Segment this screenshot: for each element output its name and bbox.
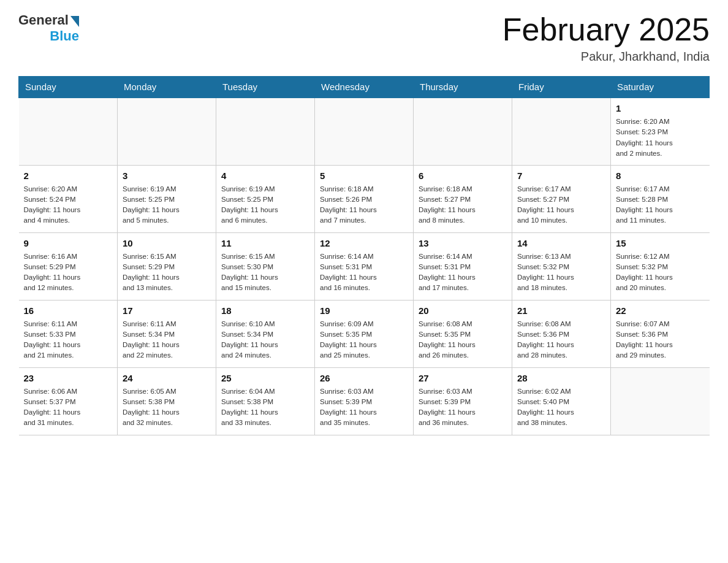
table-row: 26Sunrise: 6:03 AM Sunset: 5:39 PM Dayli… xyxy=(315,367,414,435)
day-number: 14 xyxy=(517,237,605,250)
header-monday: Monday xyxy=(118,77,216,98)
table-row: 10Sunrise: 6:15 AM Sunset: 5:29 PM Dayli… xyxy=(118,232,216,300)
calendar-title: February 2025 xyxy=(502,12,710,47)
day-info: Sunrise: 6:15 AM Sunset: 5:30 PM Dayligh… xyxy=(221,251,309,294)
table-row: 6Sunrise: 6:18 AM Sunset: 5:27 PM Daylig… xyxy=(414,165,512,232)
table-row: 13Sunrise: 6:14 AM Sunset: 5:31 PM Dayli… xyxy=(414,232,512,300)
day-number: 2 xyxy=(24,169,113,182)
day-number: 3 xyxy=(123,169,211,182)
day-number: 9 xyxy=(24,237,113,250)
day-number: 12 xyxy=(320,237,408,250)
day-info: Sunrise: 6:14 AM Sunset: 5:31 PM Dayligh… xyxy=(320,251,408,294)
day-number: 25 xyxy=(221,372,309,385)
table-row xyxy=(611,367,710,435)
day-number: 5 xyxy=(320,169,408,182)
day-info: Sunrise: 6:15 AM Sunset: 5:29 PM Dayligh… xyxy=(123,251,211,294)
calendar-subtitle: Pakur, Jharkhand, India xyxy=(502,50,710,64)
table-row xyxy=(512,98,611,165)
day-info: Sunrise: 6:04 AM Sunset: 5:38 PM Dayligh… xyxy=(221,386,309,429)
table-row: 18Sunrise: 6:10 AM Sunset: 5:34 PM Dayli… xyxy=(216,300,315,367)
logo-blue-text: Blue xyxy=(50,28,79,44)
table-row: 17Sunrise: 6:11 AM Sunset: 5:34 PM Dayli… xyxy=(118,300,216,367)
table-row: 19Sunrise: 6:09 AM Sunset: 5:35 PM Dayli… xyxy=(315,300,414,367)
day-info: Sunrise: 6:11 AM Sunset: 5:34 PM Dayligh… xyxy=(123,319,211,361)
day-info: Sunrise: 6:03 AM Sunset: 5:39 PM Dayligh… xyxy=(320,386,408,429)
calendar-week-row: 23Sunrise: 6:06 AM Sunset: 5:37 PM Dayli… xyxy=(19,367,710,435)
table-row: 25Sunrise: 6:04 AM Sunset: 5:38 PM Dayli… xyxy=(216,367,315,435)
day-number: 23 xyxy=(24,372,113,385)
day-info: Sunrise: 6:19 AM Sunset: 5:25 PM Dayligh… xyxy=(123,184,211,226)
calendar-week-row: 1Sunrise: 6:20 AM Sunset: 5:23 PM Daylig… xyxy=(19,98,710,165)
header-thursday: Thursday xyxy=(414,77,512,98)
table-row xyxy=(315,98,414,165)
day-number: 20 xyxy=(419,304,507,317)
table-row: 3Sunrise: 6:19 AM Sunset: 5:25 PM Daylig… xyxy=(118,165,216,232)
day-info: Sunrise: 6:02 AM Sunset: 5:40 PM Dayligh… xyxy=(517,386,605,429)
calendar-week-row: 9Sunrise: 6:16 AM Sunset: 5:29 PM Daylig… xyxy=(19,232,710,300)
table-row: 24Sunrise: 6:05 AM Sunset: 5:38 PM Dayli… xyxy=(118,367,216,435)
day-info: Sunrise: 6:19 AM Sunset: 5:25 PM Dayligh… xyxy=(221,184,309,226)
calendar-table: Sunday Monday Tuesday Wednesday Thursday… xyxy=(18,76,710,435)
day-number: 28 xyxy=(517,372,605,385)
day-info: Sunrise: 6:16 AM Sunset: 5:29 PM Dayligh… xyxy=(24,251,113,294)
day-number: 7 xyxy=(517,169,605,182)
day-number: 16 xyxy=(24,304,113,317)
table-row: 15Sunrise: 6:12 AM Sunset: 5:32 PM Dayli… xyxy=(611,232,710,300)
day-number: 10 xyxy=(123,237,211,250)
header-sunday: Sunday xyxy=(19,77,118,98)
day-number: 26 xyxy=(320,372,408,385)
day-number: 1 xyxy=(616,102,705,115)
day-info: Sunrise: 6:12 AM Sunset: 5:32 PM Dayligh… xyxy=(616,251,705,294)
table-row: 22Sunrise: 6:07 AM Sunset: 5:36 PM Dayli… xyxy=(611,300,710,367)
day-info: Sunrise: 6:07 AM Sunset: 5:36 PM Dayligh… xyxy=(616,319,705,361)
calendar-week-row: 2Sunrise: 6:20 AM Sunset: 5:24 PM Daylig… xyxy=(19,165,710,232)
table-row: 7Sunrise: 6:17 AM Sunset: 5:27 PM Daylig… xyxy=(512,165,611,232)
table-row: 9Sunrise: 6:16 AM Sunset: 5:29 PM Daylig… xyxy=(19,232,118,300)
table-row: 12Sunrise: 6:14 AM Sunset: 5:31 PM Dayli… xyxy=(315,232,414,300)
day-info: Sunrise: 6:03 AM Sunset: 5:39 PM Dayligh… xyxy=(419,386,507,429)
day-number: 21 xyxy=(517,304,605,317)
day-info: Sunrise: 6:17 AM Sunset: 5:28 PM Dayligh… xyxy=(616,184,705,226)
day-info: Sunrise: 6:10 AM Sunset: 5:34 PM Dayligh… xyxy=(221,319,309,361)
header-friday: Friday xyxy=(512,77,611,98)
day-info: Sunrise: 6:08 AM Sunset: 5:35 PM Dayligh… xyxy=(419,319,507,361)
day-number: 22 xyxy=(616,304,705,317)
table-row: 5Sunrise: 6:18 AM Sunset: 5:26 PM Daylig… xyxy=(315,165,414,232)
table-row: 1Sunrise: 6:20 AM Sunset: 5:23 PM Daylig… xyxy=(611,98,710,165)
table-row xyxy=(216,98,315,165)
table-row: 4Sunrise: 6:19 AM Sunset: 5:25 PM Daylig… xyxy=(216,165,315,232)
day-number: 4 xyxy=(221,169,309,182)
day-number: 19 xyxy=(320,304,408,317)
day-info: Sunrise: 6:20 AM Sunset: 5:24 PM Dayligh… xyxy=(24,184,113,226)
calendar-header-row: Sunday Monday Tuesday Wednesday Thursday… xyxy=(19,77,710,98)
day-number: 27 xyxy=(419,372,507,385)
day-info: Sunrise: 6:18 AM Sunset: 5:26 PM Dayligh… xyxy=(320,184,408,226)
day-number: 18 xyxy=(221,304,309,317)
day-info: Sunrise: 6:11 AM Sunset: 5:33 PM Dayligh… xyxy=(24,319,113,361)
day-info: Sunrise: 6:09 AM Sunset: 5:35 PM Dayligh… xyxy=(320,319,408,361)
table-row: 8Sunrise: 6:17 AM Sunset: 5:28 PM Daylig… xyxy=(611,165,710,232)
table-row xyxy=(414,98,512,165)
table-row: 23Sunrise: 6:06 AM Sunset: 5:37 PM Dayli… xyxy=(19,367,118,435)
day-number: 17 xyxy=(123,304,211,317)
table-row xyxy=(19,98,118,165)
day-number: 8 xyxy=(616,169,705,182)
day-info: Sunrise: 6:18 AM Sunset: 5:27 PM Dayligh… xyxy=(419,184,507,226)
header-wednesday: Wednesday xyxy=(315,77,414,98)
header-tuesday: Tuesday xyxy=(216,77,315,98)
logo-general-text: General xyxy=(18,12,69,28)
table-row: 16Sunrise: 6:11 AM Sunset: 5:33 PM Dayli… xyxy=(19,300,118,367)
table-row: 21Sunrise: 6:08 AM Sunset: 5:36 PM Dayli… xyxy=(512,300,611,367)
header-saturday: Saturday xyxy=(611,77,710,98)
day-number: 11 xyxy=(221,237,309,250)
title-section: February 2025 Pakur, Jharkhand, India xyxy=(502,12,710,64)
logo: General Blue xyxy=(18,12,79,44)
day-number: 24 xyxy=(123,372,211,385)
table-row: 28Sunrise: 6:02 AM Sunset: 5:40 PM Dayli… xyxy=(512,367,611,435)
table-row xyxy=(118,98,216,165)
day-info: Sunrise: 6:06 AM Sunset: 5:37 PM Dayligh… xyxy=(24,386,113,429)
day-info: Sunrise: 6:05 AM Sunset: 5:38 PM Dayligh… xyxy=(123,386,211,429)
day-number: 6 xyxy=(419,169,507,182)
day-info: Sunrise: 6:14 AM Sunset: 5:31 PM Dayligh… xyxy=(419,251,507,294)
page-header: General Blue February 2025 Pakur, Jharkh… xyxy=(18,12,710,64)
